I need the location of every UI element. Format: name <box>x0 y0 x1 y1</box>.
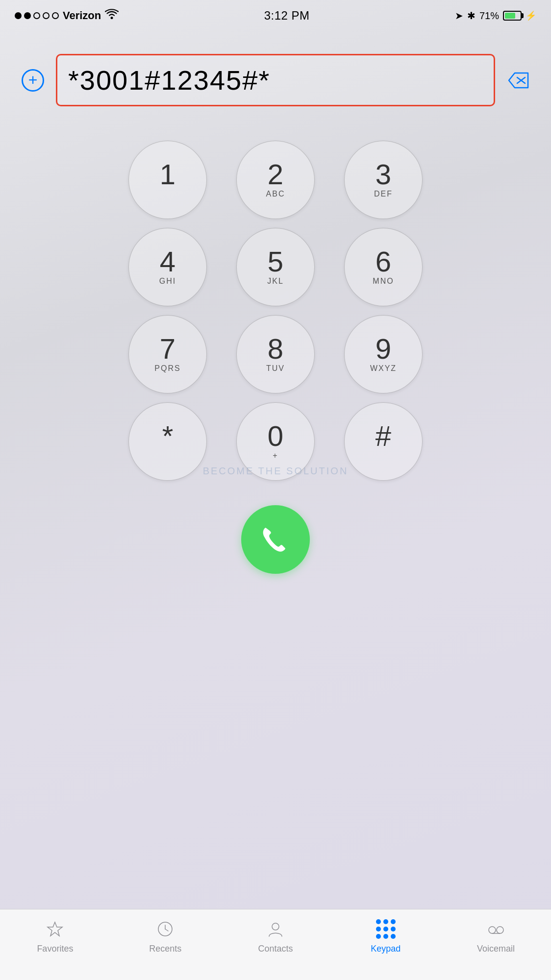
tab-contacts[interactable]: Contacts <box>241 918 310 954</box>
recents-icon <box>154 918 176 940</box>
call-button-area <box>0 505 551 574</box>
key-9[interactable]: 9 WXYZ <box>344 315 423 393</box>
tab-keypad-label: Keypad <box>371 944 401 954</box>
add-icon: + <box>22 69 44 92</box>
signal-dot-1 <box>15 12 22 19</box>
key-star[interactable]: * <box>128 402 207 481</box>
status-bar: Verizon 3:12 PM ➤ ✱ 71% ⚡ <box>0 0 551 29</box>
tab-recents-label: Recents <box>149 944 181 954</box>
tab-contacts-label: Contacts <box>258 944 293 954</box>
delete-button[interactable] <box>505 67 531 94</box>
status-time: 3:12 PM <box>264 9 310 23</box>
signal-dot-5 <box>52 12 59 19</box>
call-button[interactable] <box>241 505 310 574</box>
carrier-name: Verizon <box>63 9 101 22</box>
svg-line-6 <box>165 929 168 931</box>
key-6[interactable]: 6 MNO <box>344 228 423 306</box>
key-7[interactable]: 7 PQRS <box>128 315 207 393</box>
wifi-icon <box>105 9 119 23</box>
tab-favorites-label: Favorites <box>37 944 73 954</box>
svg-point-9 <box>497 927 503 933</box>
dialpad: 1 2 ABC 3 DEF 4 GHI 5 JKL 6 MNO 7 PQRS <box>0 126 551 495</box>
add-contact-button[interactable]: + <box>20 67 46 94</box>
key-8[interactable]: 8 TUV <box>236 315 315 393</box>
svg-point-0 <box>111 17 113 19</box>
call-icon <box>260 524 291 555</box>
dialpad-row-1: 1 2 ABC 3 DEF <box>128 141 423 219</box>
battery-fill <box>505 13 515 19</box>
key-1[interactable]: 1 <box>128 141 207 219</box>
signal-dot-4 <box>43 12 50 19</box>
svg-marker-3 <box>48 922 62 936</box>
status-left: Verizon <box>15 9 119 23</box>
key-5[interactable]: 5 JKL <box>236 228 315 306</box>
bluetooth-icon: ✱ <box>467 10 476 22</box>
battery-indicator <box>503 11 522 21</box>
signal-dot-2 <box>24 12 31 19</box>
tab-bar: Favorites Recents Contacts <box>0 909 551 980</box>
charging-icon: ⚡ <box>526 10 536 21</box>
battery-percent: 71% <box>479 10 499 22</box>
key-4[interactable]: 4 GHI <box>128 228 207 306</box>
signal-strength <box>15 12 59 19</box>
phone-input-area: + *3001#12345#* <box>0 39 551 116</box>
key-3[interactable]: 3 DEF <box>344 141 423 219</box>
battery-icon <box>503 11 522 21</box>
tab-favorites[interactable]: Favorites <box>21 918 89 954</box>
key-2[interactable]: 2 ABC <box>236 141 315 219</box>
tab-recents[interactable]: Recents <box>131 918 200 954</box>
location-icon: ➤ <box>455 10 463 22</box>
status-right: ➤ ✱ 71% ⚡ <box>455 10 536 22</box>
tab-keypad[interactable]: Keypad <box>351 918 420 954</box>
delete-icon <box>506 71 530 90</box>
watermark: BECOME THE SOLUTION <box>203 466 349 477</box>
svg-point-7 <box>272 923 279 930</box>
phone-number: *3001#12345#* <box>68 64 270 96</box>
voicemail-icon <box>485 918 507 940</box>
signal-dot-3 <box>33 12 40 19</box>
keypad-dots-grid <box>376 919 396 939</box>
keypad-icon <box>375 918 397 940</box>
tab-voicemail[interactable]: Voicemail <box>462 918 530 954</box>
favorites-icon <box>44 918 66 940</box>
dialpad-row-2: 4 GHI 5 JKL 6 MNO <box>128 228 423 306</box>
key-hash[interactable]: # <box>344 402 423 481</box>
phone-display[interactable]: *3001#12345#* <box>56 54 495 106</box>
dialpad-row-3: 7 PQRS 8 TUV 9 WXYZ <box>128 315 423 393</box>
svg-point-8 <box>489 927 496 933</box>
contacts-icon <box>265 918 286 940</box>
tab-voicemail-label: Voicemail <box>477 944 515 954</box>
